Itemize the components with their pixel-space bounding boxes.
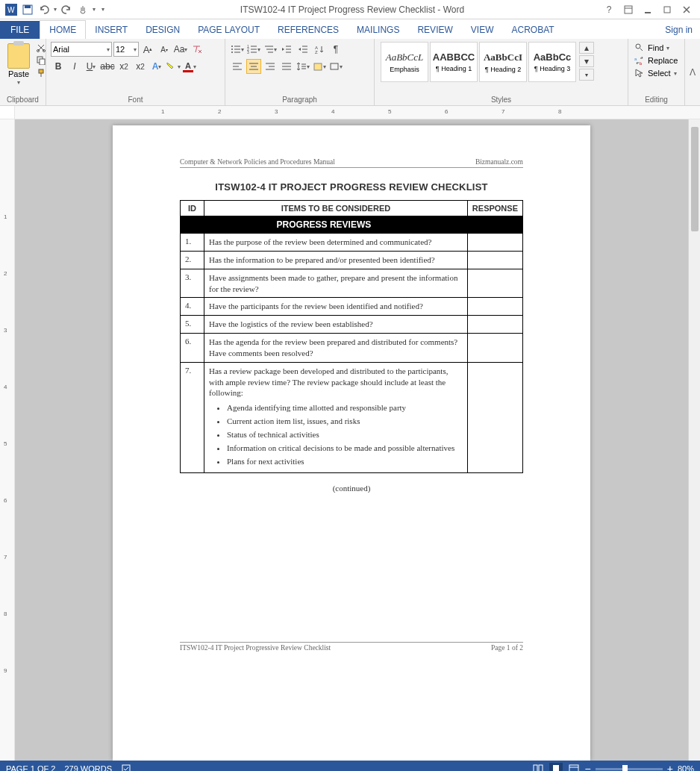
shading-icon[interactable]: ▾ [312,59,327,74]
show-marks-icon[interactable]: ¶ [328,42,343,57]
ruler-horizontal[interactable]: 12345678 [0,106,700,119]
svg-rect-20 [331,63,338,69]
bullets-icon[interactable]: ▾ [230,42,245,57]
tab-page-layout[interactable]: PAGE LAYOUT [189,21,269,39]
tab-acrobat[interactable]: ACROBAT [502,21,563,39]
line-spacing-icon[interactable]: ▾ [296,59,310,74]
sort-icon[interactable]: AZ [312,42,327,57]
view-read-icon[interactable] [531,763,545,771]
align-center-icon[interactable] [246,59,261,74]
bold-icon[interactable]: B [51,59,66,74]
paste-dropdown-icon[interactable]: ▾ [17,79,20,86]
numbering-icon[interactable]: 123▾ [246,42,261,57]
styles-more-icon[interactable]: ▾ [579,69,594,81]
zoom-slider[interactable] [596,768,663,770]
paste-button[interactable]: Paste ▾ [4,42,33,87]
document-header: Computer & Network Policies and Procedur… [180,158,523,168]
minimize-icon[interactable] [642,4,654,16]
ruler-vertical[interactable]: 123456789 [0,119,15,761]
svg-rect-19 [314,63,322,70]
undo-icon[interactable] [37,3,51,16]
help-icon[interactable]: ? [603,4,615,16]
svg-rect-4 [625,6,632,13]
svg-text:3: 3 [247,50,249,54]
document-scroll[interactable]: Computer & Network Policies and Procedur… [15,119,688,761]
collapse-ribbon-icon[interactable]: ᐱ [685,39,700,105]
font-name-select[interactable]: Arial▾ [51,42,112,57]
svg-rect-28 [569,765,578,771]
scrollbar-vertical[interactable] [688,119,700,761]
scroll-thumb[interactable] [691,127,699,231]
view-web-icon[interactable] [567,763,581,771]
touch-dropdown-icon[interactable]: ▾ [93,6,96,13]
table-row: 5.Have the logistics of the review been … [181,316,523,334]
section-row: PROGRESS REVIEWS [181,216,523,234]
borders-icon[interactable]: ▾ [328,59,343,74]
zoom-level[interactable]: 80% [678,764,694,771]
multilevel-list-icon[interactable]: ▾ [263,42,278,57]
superscript-icon[interactable]: x2 [133,59,148,74]
styles-down-icon[interactable]: ▾ [579,55,594,67]
increase-indent-icon[interactable] [296,42,310,57]
replace-button[interactable]: abReplace [633,54,679,66]
svg-point-11 [231,46,233,47]
change-case-icon[interactable]: Aa▾ [173,42,188,57]
proofing-icon[interactable] [121,764,131,771]
maximize-icon[interactable] [661,4,673,16]
align-left-icon[interactable] [230,59,245,74]
svg-text:b: b [640,61,643,66]
tab-references[interactable]: REFERENCES [269,21,348,39]
view-print-icon[interactable] [549,763,563,771]
style-heading1[interactable]: AABBCC¶ Heading 1 [430,42,478,82]
zoom-out-icon[interactable]: − [585,763,591,771]
undo-dropdown-icon[interactable]: ▾ [54,6,57,13]
tab-file[interactable]: FILE [0,21,40,39]
grow-font-icon[interactable]: A▴ [140,42,155,57]
close-icon[interactable] [681,4,693,16]
sign-in-link[interactable]: Sign in [657,21,700,39]
tab-home[interactable]: HOME [40,20,86,39]
checklist-table: ID ITEMS TO BE CONSIDERED RESPONSE PROGR… [180,200,523,473]
strikethrough-icon[interactable]: abc [100,59,115,74]
tab-mailings[interactable]: MAILINGS [348,21,408,39]
font-size-select[interactable]: 12▾ [113,42,139,57]
tab-view[interactable]: VIEW [462,21,503,39]
underline-icon[interactable]: U▾ [84,59,99,74]
table-row: 7.Has a review package been developed an… [181,362,523,472]
svg-rect-24 [122,765,130,771]
zoom-in-icon[interactable]: + [667,763,673,771]
redo-icon[interactable] [60,3,73,16]
select-button[interactable]: Select▾ [633,67,678,79]
shrink-font-icon[interactable]: A▾ [157,42,172,57]
tab-review[interactable]: REVIEW [408,21,461,39]
style-heading2[interactable]: AaBbCcI¶ Heading 2 [479,42,527,82]
subscript-icon[interactable]: x2 [116,59,131,74]
text-effects-icon[interactable]: A▾ [149,59,164,74]
find-button[interactable]: Find▾ [633,42,671,54]
paste-label: Paste [8,69,29,78]
clear-formatting-icon[interactable] [190,42,204,57]
continued-label: (continued) [180,484,523,493]
table-row: 4.Have the participants for the review b… [181,298,523,316]
ribbon-display-icon[interactable] [622,4,634,16]
qat-customize-icon[interactable]: ▾ [101,6,104,13]
decrease-indent-icon[interactable] [279,42,294,57]
font-color-icon[interactable]: A▾ [182,59,197,74]
tab-insert[interactable]: INSERT [86,21,137,39]
styles-up-icon[interactable]: ▴ [579,42,594,54]
table-header-row: ID ITEMS TO BE CONSIDERED RESPONSE [181,201,523,216]
highlight-icon[interactable]: ▾ [166,59,181,74]
style-emphasis[interactable]: AaBbCcLEmphasis [381,42,428,82]
align-right-icon[interactable] [263,59,278,74]
style-heading3[interactable]: AaBbCc¶ Heading 3 [528,42,576,82]
justify-icon[interactable] [279,59,294,74]
touch-mode-icon[interactable] [76,3,90,16]
status-words[interactable]: 279 WORDS [64,764,112,771]
group-font-label: Font [51,95,220,104]
page[interactable]: Computer & Network Policies and Procedur… [113,125,590,761]
save-icon[interactable] [21,3,34,16]
group-paragraph-label: Paragraph [230,95,369,104]
tab-design[interactable]: DESIGN [137,21,189,39]
italic-icon[interactable]: I [67,59,82,74]
status-page[interactable]: PAGE 1 OF 2 [6,764,55,771]
